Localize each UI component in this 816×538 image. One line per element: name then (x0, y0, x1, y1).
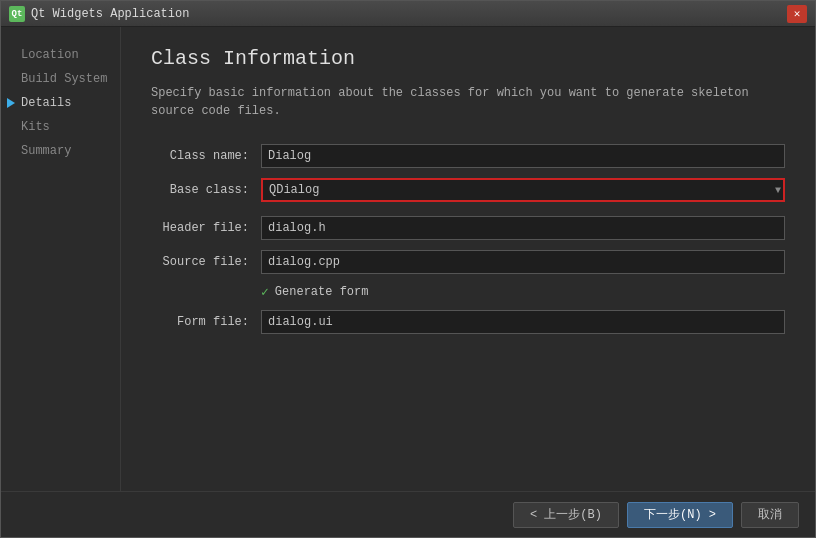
generate-form-label: Generate form (275, 285, 369, 299)
sidebar: Location Build System Details Kits Summa… (1, 27, 121, 491)
class-name-row: Class name: (151, 144, 785, 168)
header-file-input[interactable] (261, 216, 785, 240)
cancel-button[interactable]: 取消 (741, 502, 799, 528)
sidebar-item-build-system[interactable]: Build System (1, 67, 120, 91)
class-name-input[interactable] (261, 144, 785, 168)
window-title: Qt Widgets Application (31, 7, 787, 21)
main-panel: Class Information Specify basic informat… (121, 27, 815, 491)
source-file-label: Source file: (151, 255, 261, 269)
class-name-label: Class name: (151, 149, 261, 163)
sidebar-item-kits[interactable]: Kits (1, 115, 120, 139)
app-icon: Qt (9, 6, 25, 22)
generate-form-row: ✓ Generate form (261, 284, 785, 300)
header-file-row: Header file: (151, 216, 785, 240)
checkmark-icon: ✓ (261, 284, 269, 300)
base-class-row: Base class: QDialog QWidget QMainWindow … (151, 178, 785, 202)
close-button[interactable]: ✕ (787, 5, 807, 23)
form-file-input[interactable] (261, 310, 785, 334)
page-description: Specify basic information about the clas… (151, 84, 751, 120)
form-file-label: Form file: (151, 315, 261, 329)
sidebar-item-location[interactable]: Location (1, 43, 120, 67)
page-title: Class Information (151, 47, 785, 70)
sidebar-item-summary[interactable]: Summary (1, 139, 120, 163)
bottom-bar: < 上一步(B) 下一步(N) > 取消 (1, 491, 815, 537)
source-file-input[interactable] (261, 250, 785, 274)
source-file-row: Source file: (151, 250, 785, 274)
sidebar-item-details[interactable]: Details (1, 91, 120, 115)
form-file-row: Form file: (151, 310, 785, 334)
header-file-label: Header file: (151, 221, 261, 235)
base-class-label: Base class: (151, 183, 261, 197)
content-area: Location Build System Details Kits Summa… (1, 27, 815, 491)
back-button[interactable]: < 上一步(B) (513, 502, 619, 528)
base-class-select[interactable]: QDialog QWidget QMainWindow (261, 178, 785, 202)
base-class-select-wrapper: QDialog QWidget QMainWindow ▼ (261, 178, 785, 202)
titlebar: Qt Qt Widgets Application ✕ (1, 1, 815, 27)
next-button[interactable]: 下一步(N) > (627, 502, 733, 528)
application-window: Qt Qt Widgets Application ✕ Location Bui… (0, 0, 816, 538)
